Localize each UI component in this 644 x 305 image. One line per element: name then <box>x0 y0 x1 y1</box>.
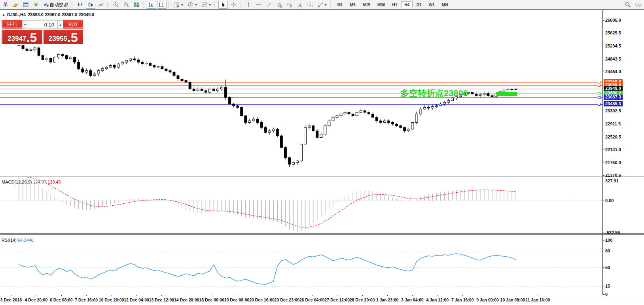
linechart-icon <box>98 2 104 8</box>
price-tick-label: 26005.0 <box>605 18 621 23</box>
level-anchor-marker[interactable] <box>598 92 600 95</box>
tf-mn[interactable]: MN <box>439 1 451 8</box>
volume-input[interactable] <box>28 20 57 29</box>
date-tick-label: 10 Jan 08:00 <box>500 297 525 302</box>
price-tick-mark <box>603 137 604 137</box>
new-chart-button[interactable]: ▼ <box>172 1 185 9</box>
text-button[interactable]: A <box>295 1 305 9</box>
chart-shift-button[interactable] <box>157 1 167 9</box>
tf-h1[interactable]: H1 <box>389 1 400 8</box>
chart-title-bar: ▲ DJ30-,H4 23893.0 23967.0 23887.0 23949… <box>2 12 94 17</box>
cursor-button[interactable] <box>218 1 228 9</box>
price-tick-label: 21370.5 <box>605 173 621 178</box>
date-tick-label: 4 Jan 12:00 <box>426 297 449 302</box>
autotrading-button[interactable]: 自动交易 <box>42 1 70 9</box>
main-chart-pane[interactable]: ▲ DJ30-,H4 23893.0 23967.0 23887.0 23949… <box>0 10 602 176</box>
dropdown-arrow-icon[interactable]: ▼ <box>324 4 327 6</box>
date-tick-label: 26 Dec 04:00 <box>299 297 325 302</box>
sell-price-box[interactable]: 23947.5 <box>2 30 42 44</box>
buy-price-box[interactable]: 23955.5 <box>44 30 83 44</box>
tf-d1[interactable]: D1 <box>413 1 425 8</box>
terminal-window-button[interactable] <box>21 1 30 9</box>
tile-windows-button[interactable] <box>132 1 141 9</box>
periods-button[interactable]: ▼ <box>186 1 199 9</box>
sell-button[interactable]: SELL <box>2 20 22 29</box>
macd-pane[interactable]: MACD(12,26,9) 124.97 139.45 <box>0 177 602 233</box>
level-anchor-marker[interactable] <box>598 81 600 83</box>
equidistant-channel-button[interactable]: E <box>275 1 284 9</box>
dropdown-arrow-icon[interactable]: ▼ <box>181 4 184 6</box>
templates-button[interactable]: ▼ <box>200 1 213 9</box>
price-tick-mark <box>603 20 604 21</box>
toolbar-group-grip <box>107 2 109 8</box>
date-tick-label: 7 Dec 16:00 <box>75 297 98 302</box>
gold-icon-button[interactable] <box>11 1 20 9</box>
toolbar-group-grip <box>72 2 73 8</box>
date-tick-mark <box>161 295 162 296</box>
rsi-pane[interactable]: RSI(14) 64.3446 <box>0 235 602 295</box>
date-tick-label: 27 Dec 12:00 <box>324 297 350 302</box>
tf-w1[interactable]: W1 <box>426 1 438 8</box>
price-axis[interactable]: 26005.025625.525234.524843.524464.023302… <box>603 10 644 305</box>
trendline-button[interactable] <box>264 1 274 9</box>
zoomin-icon <box>113 2 119 8</box>
hat-icon <box>43 2 49 8</box>
zoom-out-button[interactable] <box>121 1 131 9</box>
search-icon <box>625 2 631 8</box>
bar-chart-button[interactable] <box>76 1 85 9</box>
fibonacci-button[interactable]: F <box>285 1 294 9</box>
candlestick-chart-button[interactable] <box>86 1 95 9</box>
signals-button[interactable] <box>31 1 41 9</box>
date-tick-mark <box>538 295 538 296</box>
autoscroll-icon <box>148 2 155 8</box>
arrows-button[interactable]: ▼ <box>316 1 329 9</box>
horizontal-line-button[interactable] <box>254 1 263 9</box>
signal-icon <box>33 2 39 8</box>
volume-up-button[interactable]: ▲ <box>57 20 63 29</box>
date-axis[interactable]: 3 Dec 20184 Dec 20:006 Dec 08:007 Dec 16… <box>0 295 644 305</box>
trend-annotation-text[interactable]: 多空转折点23806 <box>400 87 468 99</box>
rsi-tick-label: 15 <box>605 284 610 288</box>
price-tick-label: 24843.5 <box>605 57 621 61</box>
rsi-tick-mark <box>603 267 604 268</box>
shift-icon <box>159 2 165 8</box>
tf-m5[interactable]: M5 <box>347 1 359 8</box>
level-anchor-marker[interactable] <box>598 103 600 106</box>
tf-m15[interactable]: M15 <box>360 1 373 8</box>
rsi-tick-mark <box>603 286 604 286</box>
macd-tick-label: -532.55 <box>605 230 620 235</box>
terminal-icon <box>23 2 29 8</box>
tf-h4[interactable]: H4 <box>401 1 413 8</box>
rsi-tick-label: 80 <box>605 248 610 253</box>
dropdown-arrow-icon[interactable]: ▼ <box>195 4 197 6</box>
tf-m30[interactable]: M30 <box>374 1 388 8</box>
level-anchor-marker[interactable] <box>598 96 600 99</box>
text-label-button[interactable]: T <box>305 1 315 9</box>
zoom-in-button[interactable] <box>111 1 121 9</box>
price-tick-label: 22520.5 <box>605 135 621 139</box>
date-tick-label: 19 Dec 08:00 <box>224 297 250 302</box>
date-tick-label: 23 Dec 23:00 <box>275 297 300 302</box>
date-tick-label: 28 Dec 20:00 <box>350 297 375 302</box>
new-order-button[interactable]: 单 <box>1 1 10 9</box>
date-tick-label: 3 Dec 2018 <box>0 297 22 302</box>
level-anchor-marker[interactable] <box>598 84 600 87</box>
vertical-line-button[interactable] <box>244 1 253 9</box>
candles-icon <box>87 2 94 8</box>
autoscroll-button[interactable] <box>147 1 156 9</box>
line-chart-button[interactable] <box>96 1 106 9</box>
volume-down-button[interactable]: ▼ <box>22 20 28 29</box>
dropdown-arrow-icon[interactable]: ▼ <box>208 4 211 6</box>
chart-window: ▲ DJ30-,H4 23893.0 23967.0 23887.0 23949… <box>0 9 644 305</box>
date-tick-mark <box>438 295 438 296</box>
buy-button[interactable]: BUY <box>63 20 83 29</box>
search-button[interactable] <box>623 1 633 9</box>
tf-m1[interactable]: M1 <box>334 1 346 8</box>
template-icon <box>201 2 208 8</box>
toolbar-group-drawing: EFAT▼ <box>243 0 329 9</box>
collapse-arrow-icon[interactable]: ▲ <box>2 13 5 17</box>
toolbar-group-trade: 单自动交易 <box>1 0 70 9</box>
crosshair-button[interactable] <box>229 1 238 9</box>
chat-button[interactable] <box>633 1 643 9</box>
macd-tick-mark <box>603 233 604 233</box>
